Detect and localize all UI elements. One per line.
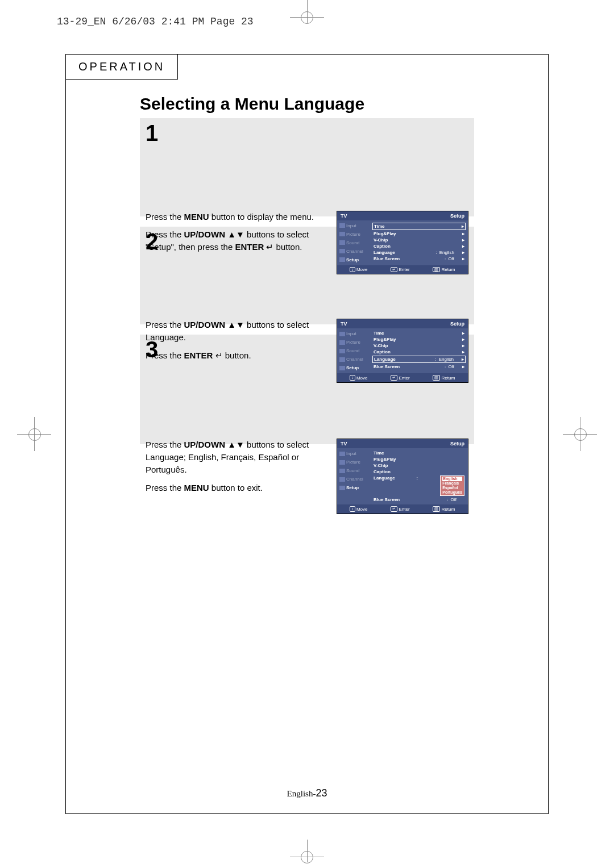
step-text: Press the UP/DOWN ▲▼ buttons to select L… xyxy=(146,439,326,514)
footer-page-number: 23 xyxy=(316,787,327,799)
osd-side-icon xyxy=(339,332,345,336)
section-tab: OPERATION xyxy=(66,55,178,80)
page-content: Selecting a Menu Language 1Press the MEN… xyxy=(140,94,474,454)
osd-side-icon xyxy=(339,486,345,490)
osd-menu-row: Time▸ xyxy=(372,223,466,230)
step-number: 2 xyxy=(146,230,468,318)
osd-hint: ↵Enter xyxy=(391,506,409,512)
osd-side-item: Setup xyxy=(337,483,370,492)
osd-menu-row: Language:EnglishFrançaisEspañolPortuguês xyxy=(372,475,466,496)
step-block: 2Press the UP/DOWN ▲▼ buttons to select … xyxy=(140,227,474,325)
step-number: 3 xyxy=(146,338,468,437)
osd-title-right: Setup xyxy=(450,441,464,446)
footer-lang: English- xyxy=(287,789,316,798)
osd-menu-row: Time xyxy=(372,450,466,456)
page-footer: English-23 xyxy=(66,787,548,799)
osd-menu-row: Caption xyxy=(372,469,466,475)
osd-hint-icon: ↵ xyxy=(391,506,397,512)
osd-menu-row: V-Chip xyxy=(372,462,466,469)
osd-side-icon xyxy=(339,452,345,456)
osd-side-icon xyxy=(339,223,345,228)
osd-side-item: Channel xyxy=(337,475,370,483)
osd-title-left: TV xyxy=(341,321,347,327)
osd-title-right: Setup xyxy=(450,213,464,219)
osd-side-icon xyxy=(339,477,345,482)
osd-side-item: Sound xyxy=(337,466,370,475)
tv-osd-screenshot: TVSetupInputPictureSoundChannelSetupTime… xyxy=(337,439,468,514)
crop-mark-left xyxy=(17,417,51,451)
page-title: Selecting a Menu Language xyxy=(140,94,474,114)
osd-side-icon xyxy=(339,469,345,473)
osd-side-item: Picture xyxy=(337,458,370,466)
osd-menu-row: Blue Screen: Off xyxy=(372,496,466,503)
arrow-right-icon: ▸ xyxy=(462,331,464,336)
crop-mark-right xyxy=(563,417,597,451)
osd-menu-row: Time▸ xyxy=(372,330,466,336)
osd-hint-icon: ▥ xyxy=(433,506,440,512)
step-block: 3Press the UP/DOWN ▲▼ buttons to select … xyxy=(140,335,474,444)
osd-language-popup: EnglishFrançaisEspañolPortuguês xyxy=(440,475,464,496)
osd-menu-row: Plug&Play xyxy=(372,456,466,462)
arrow-right-icon: ▸ xyxy=(462,224,464,229)
osd-side-item: Input xyxy=(337,329,370,338)
crop-mark-top xyxy=(290,0,324,34)
osd-side-item: Input xyxy=(337,222,370,230)
osd-title-right: Setup xyxy=(450,321,464,327)
osd-hint-icon: ↕ xyxy=(350,506,355,512)
osd-hint: ↕Move xyxy=(350,506,367,512)
osd-side-icon xyxy=(339,460,345,465)
page-frame: OPERATION Selecting a Menu Language 1Pre… xyxy=(65,54,549,814)
crop-mark-bottom xyxy=(290,840,324,868)
osd-hint: ▥Return xyxy=(433,506,455,512)
osd-title-left: TV xyxy=(341,213,347,219)
step-number: 1 xyxy=(146,122,468,210)
step-block: 1Press the MENU button to display the me… xyxy=(140,118,474,216)
osd-title-left: TV xyxy=(341,441,347,446)
osd-side-item: Input xyxy=(337,449,370,458)
print-slug: 13-29_EN 6/26/03 2:41 PM Page 23 xyxy=(57,16,254,27)
